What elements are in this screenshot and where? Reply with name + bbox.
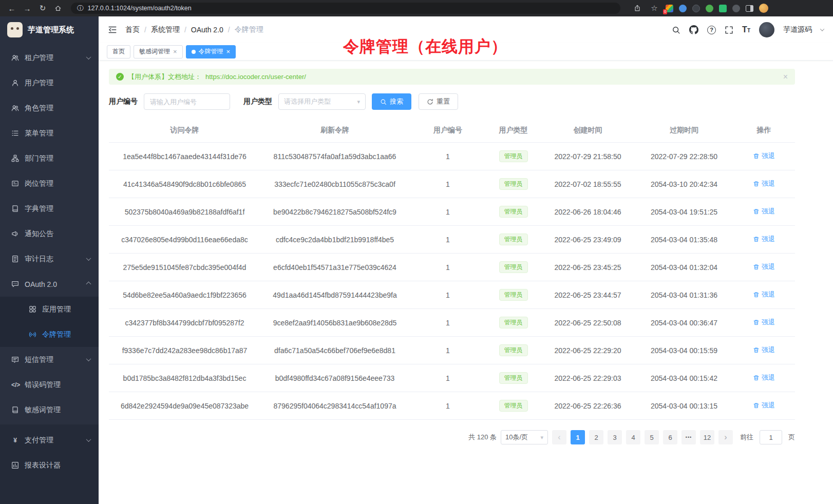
book-icon: [11, 205, 19, 212]
extension-green-circle-icon[interactable]: [706, 5, 713, 12]
force-logout-button[interactable]: 强退: [753, 318, 775, 327]
breadcrumb-item-oauth[interactable]: OAuth 2.0: [191, 26, 223, 34]
menu-fold-icon[interactable]: [108, 25, 117, 34]
app-logo[interactable]: 芋道管理系统: [0, 16, 99, 43]
expire-time-cell: 2054-03-10 20:42:34: [635, 170, 733, 198]
tab-close-icon[interactable]: ×: [173, 48, 177, 55]
force-logout-button[interactable]: 强退: [753, 235, 775, 244]
sidebar-item-dict[interactable]: 字典管理: [0, 196, 99, 221]
home-button[interactable]: [52, 3, 64, 14]
page-button-5[interactable]: 5: [645, 430, 659, 444]
page-info-icon[interactable]: ⓘ: [77, 4, 84, 13]
tab-sensitive-word[interactable]: 敏感词管理 ×: [134, 45, 183, 59]
breadcrumb-item-system[interactable]: 系统管理: [151, 25, 180, 34]
user-type-badge: 管理员: [499, 234, 528, 245]
user-id-cell: 1: [409, 392, 486, 420]
tab-close-icon[interactable]: ×: [226, 48, 231, 55]
page-button-6[interactable]: 6: [663, 430, 677, 444]
extension-gray-icon[interactable]: [732, 5, 740, 12]
search-icon[interactable]: [672, 26, 680, 34]
tab-token[interactable]: 令牌管理 ×: [186, 45, 236, 59]
fullscreen-icon[interactable]: [725, 26, 733, 34]
force-logout-button[interactable]: 强退: [753, 207, 775, 216]
forward-button[interactable]: →: [22, 3, 33, 14]
force-logout-button[interactable]: 强退: [753, 373, 775, 382]
breadcrumb-item-token: 令牌管理: [235, 25, 263, 34]
force-logout-button[interactable]: 强退: [753, 345, 775, 355]
next-page-button[interactable]: ›: [718, 430, 733, 444]
sidebar-item-oauth-app[interactable]: 应用管理: [0, 297, 99, 322]
force-logout-button[interactable]: 强退: [753, 290, 775, 299]
sidebar-item-tenant[interactable]: 租户管理: [0, 45, 99, 70]
extension-green-square-icon[interactable]: [719, 5, 727, 12]
sidebar-item-oauth-token[interactable]: 令牌管理: [0, 322, 99, 347]
force-logout-button[interactable]: 强退: [753, 179, 775, 188]
col-actions: 操作: [733, 119, 795, 143]
sidebar-lower-section: ¥ 支付管理 报表设计器: [0, 424, 99, 504]
sidebar-item-pay[interactable]: ¥ 支付管理: [0, 428, 99, 453]
share-icon[interactable]: [632, 3, 643, 14]
extension-dark-icon[interactable]: [692, 5, 700, 12]
sidebar-item-oauth[interactable]: OAuth 2.0: [0, 272, 99, 297]
sidebar-item-menu[interactable]: 菜单管理: [0, 121, 99, 146]
search-icon: [380, 99, 387, 105]
browser-profile-avatar[interactable]: [759, 4, 768, 13]
page-button-1[interactable]: 1: [571, 430, 585, 444]
expire-time-cell: 2054-03-04 00:15:42: [635, 364, 733, 392]
user-menu-caret-icon[interactable]: [820, 27, 824, 31]
more-pages-button[interactable]: •••: [681, 430, 696, 444]
refresh-token-cell: 8796295f04064c2983414cc54af1097a: [260, 392, 409, 420]
access-token-cell: 54d6be82ee5a460a9aedc1f9bf223656: [109, 281, 260, 309]
sidebar-item-report-designer[interactable]: 报表设计器: [0, 453, 99, 478]
code-icon: </>: [11, 381, 19, 389]
org-tree-icon: [11, 154, 19, 162]
sidebar-item-role[interactable]: 角色管理: [0, 95, 99, 121]
sidebar-item-dept[interactable]: 部门管理: [0, 146, 99, 171]
sidebar-item-notice[interactable]: 通知公告: [0, 221, 99, 246]
goto-unit: 页: [788, 433, 795, 442]
extension-pixel-icon[interactable]: 0: [666, 5, 673, 12]
created-time-cell: 2022-06-25 23:45:25: [540, 254, 635, 281]
alert-link[interactable]: https://doc.iocoder.cn/user-center/: [205, 73, 306, 81]
user-type-label: 用户类型: [243, 97, 272, 106]
trash-icon: [753, 264, 760, 270]
page-button-2[interactable]: 2: [589, 430, 603, 444]
alert-close-icon[interactable]: ×: [783, 73, 788, 81]
bookmark-star-icon[interactable]: ☆: [649, 3, 660, 14]
user-id-input[interactable]: [144, 93, 230, 110]
page-button-4[interactable]: 4: [626, 430, 640, 444]
created-time-cell: 2022-07-29 21:58:50: [540, 143, 635, 170]
font-size-icon[interactable]: TT: [742, 25, 750, 34]
force-logout-button[interactable]: 强退: [753, 151, 775, 161]
sidebar-item-sms[interactable]: 短信管理: [0, 347, 99, 372]
sidebar-item-audit-log[interactable]: 审计日志: [0, 246, 99, 272]
tab-home[interactable]: 首页: [107, 45, 130, 59]
goto-page-input[interactable]: [760, 430, 782, 444]
user-type-select[interactable]: 请选择用户类型 ▾: [278, 93, 366, 110]
search-button[interactable]: 搜索: [372, 93, 411, 110]
page-button-3[interactable]: 3: [608, 430, 622, 444]
github-icon[interactable]: [689, 25, 698, 34]
force-logout-button[interactable]: 强退: [753, 401, 775, 410]
sidebar-item-sensitive-word[interactable]: 敏感词管理: [0, 397, 99, 422]
force-logout-button[interactable]: 强退: [753, 262, 775, 272]
page-size-select[interactable]: 10条/页 ▾: [501, 430, 548, 444]
breadcrumb-item-home[interactable]: 首页: [125, 25, 140, 34]
access-token-cell: 502375b8040a469a9b82188afdf6af1f: [109, 198, 260, 226]
help-icon[interactable]: ?: [707, 26, 716, 34]
reset-button[interactable]: 重置: [419, 93, 458, 110]
user-avatar[interactable]: [759, 22, 774, 37]
url-bar[interactable]: ⓘ 127.0.0.1:1024/system/oauth2/token: [71, 3, 620, 14]
user-name[interactable]: 芋道源码: [783, 25, 812, 34]
created-time-cell: 2022-06-25 22:29:20: [540, 337, 635, 364]
sidebar-split-icon[interactable]: [746, 5, 753, 12]
prev-page-button[interactable]: ‹: [552, 430, 566, 444]
sidebar-item-error-code[interactable]: </> 错误码管理: [0, 372, 99, 397]
sidebar-item-user[interactable]: 用户管理: [0, 70, 99, 95]
sidebar-item-post[interactable]: 岗位管理: [0, 171, 99, 196]
back-button[interactable]: ←: [6, 3, 17, 14]
extension-blue-icon[interactable]: [679, 5, 687, 12]
page-button-12[interactable]: 12: [700, 430, 714, 444]
reload-button[interactable]: ↻: [37, 3, 48, 14]
refresh-token-cell: cdfc4ce9c2da4bb1bdf21b9918ff4be5: [260, 226, 409, 254]
